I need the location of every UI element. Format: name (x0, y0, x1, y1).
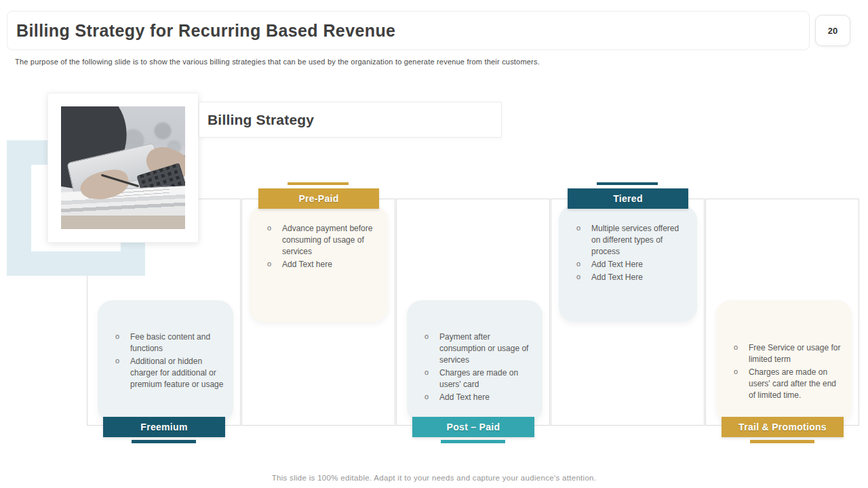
subtitle-text: The purpose of the following slide is to… (15, 58, 540, 66)
card-body-prepaid: Advance payment before consuming of usag… (250, 205, 388, 322)
bullet-item: Charges are made on users' card after th… (731, 367, 842, 401)
section-header-box: Billing Strategy (199, 102, 502, 138)
bullet-item: Advance payment before consuming of usag… (264, 223, 378, 258)
card-body-trail-promotions: Free Service or usage for limited term C… (716, 300, 852, 422)
card-header-freemium: Freemium (103, 417, 225, 437)
photo-frame (47, 93, 199, 243)
bullet-item: Charges are made on users' card (422, 367, 533, 390)
card-bullet-list-tiered: Multiple services offered on different t… (559, 205, 697, 283)
card-body-postpaid: Payment after consumption or usage of se… (407, 300, 542, 422)
card-bullet-list-postpaid: Payment after consumption or usage of se… (407, 300, 542, 403)
card-underline-postpaid (441, 440, 505, 443)
photo-desk-shape (61, 216, 185, 229)
bullet-item: Fee basic content and functions (113, 331, 224, 354)
card-header-trail-promotions: Trail & Promotions (722, 417, 844, 437)
bullet-item: Add Text Here (574, 259, 688, 270)
card-body-tiered: Multiple services offered on different t… (559, 205, 697, 322)
card-underline-freemium (132, 440, 196, 443)
slide-root: Billing Strategy for Recurring Based Rev… (0, 0, 868, 488)
card-header-prepaid: Pre-Paid (258, 188, 379, 209)
billing-photo (61, 106, 185, 229)
card-header-tiered: Tiered (568, 188, 688, 209)
bullet-item: Free Service or usage for limited term (731, 342, 842, 365)
card-body-freemium: Fee basic content and functions Addition… (98, 300, 233, 422)
bullet-item: Additional or hidden charger for additio… (113, 356, 224, 390)
section-header-title: Billing Strategy (208, 112, 314, 128)
title-bar: Billing Strategy for Recurring Based Rev… (7, 11, 810, 50)
card-bullet-list-trail-promotions: Free Service or usage for limited term C… (716, 300, 852, 401)
bullet-item: Add Text here (422, 392, 533, 403)
card-header-postpaid: Post – Paid (412, 417, 534, 437)
card-accent-line-prepaid (288, 182, 349, 185)
page-title: Billing Strategy for Recurring Based Rev… (16, 21, 395, 41)
card-bullet-list-prepaid: Advance payment before consuming of usag… (250, 205, 388, 270)
bullet-item: Add Text Here (574, 272, 688, 283)
bullet-item: Payment after consumption or usage of se… (422, 331, 533, 366)
card-underline-trail-promotions (750, 440, 814, 443)
card-bullet-list-freemium: Fee basic content and functions Addition… (98, 300, 233, 390)
bullet-item: Multiple services offered on different t… (574, 223, 688, 258)
card-accent-line-tiered (597, 182, 658, 185)
page-number-badge: 20 (815, 15, 850, 46)
bullet-item: Add Text here (264, 259, 378, 270)
footer-note: This slide is 100% editable. Adapt it to… (0, 474, 868, 482)
